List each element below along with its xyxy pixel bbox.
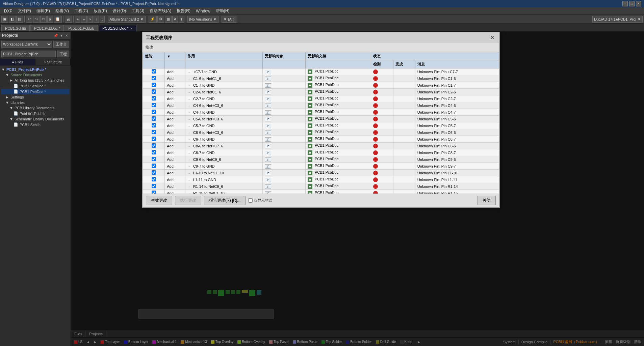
close-button[interactable]: ✕: [636, 1, 641, 6]
row-enable-checkbox[interactable]: [152, 170, 156, 175]
tree-item-at-long-bus[interactable]: ► AT long bus (13.3 x 4.2 inches: [1, 78, 69, 83]
menu-reports[interactable]: 报告(R): [174, 7, 193, 15]
menu-autoroute[interactable]: 自动布线(A): [147, 7, 174, 15]
tab-pcblib1[interactable]: PcbLib1.PcbLib: [65, 25, 98, 31]
tab-close-icon[interactable]: ✕: [130, 27, 133, 30]
panel-pin-button[interactable]: 📌: [53, 34, 58, 37]
toolbar-btn-12[interactable]: ×: [87, 16, 93, 23]
tree-item-pcbdoc[interactable]: 📄 PCB1.PcbDoc *: [1, 89, 69, 94]
row-enable-checkbox[interactable]: [152, 164, 156, 168]
menu-edit[interactable]: 编辑(E): [34, 7, 53, 15]
toolbar-sep-2: [63, 16, 63, 22]
tree-item-pcblib1[interactable]: 📄 PcbLib1.PcbLib: [1, 111, 69, 116]
menu-file[interactable]: 文件(F): [15, 7, 34, 15]
panel-tab-structure[interactable]: ○ Structure: [35, 59, 71, 65]
dialog-close-button[interactable]: ✕: [489, 34, 496, 41]
row-complete-cell: [393, 68, 415, 75]
workspace-button[interactable]: 工作台: [53, 41, 69, 48]
toolbar-btn-16[interactable]: ⚙: [157, 16, 164, 23]
row-enable-checkbox[interactable]: [152, 76, 156, 80]
row-enable-checkbox[interactable]: [152, 191, 156, 194]
tree-item-pcb-lib-docs[interactable]: ▼ PCB Library Documents: [1, 105, 69, 111]
menu-place[interactable]: 放置(P): [91, 7, 110, 15]
toolbar-btn-5[interactable]: ↪: [33, 16, 40, 23]
row-enable-checkbox[interactable]: [152, 69, 156, 74]
row-enable-checkbox[interactable]: [152, 110, 156, 114]
row-enable-checkbox[interactable]: [152, 184, 156, 188]
tab-pcb1-schlib[interactable]: PCB1.Schlib: [1, 25, 30, 31]
toolbar-btn-19[interactable]: T: [179, 16, 184, 23]
tree-sch-lib-icon: ▼: [9, 117, 13, 121]
report-button[interactable]: 报告更改(R) [R]...: [204, 196, 246, 205]
panel-close-button[interactable]: ✕: [65, 34, 69, 37]
row-enable-checkbox[interactable]: [152, 83, 156, 87]
toolbar-btn-13[interactable]: ↑: [94, 16, 99, 23]
menu-help[interactable]: 帮助(H): [213, 7, 232, 15]
row-detect-cell: [371, 89, 393, 95]
tab-pcb1-pcbdoc[interactable]: PCB1.PcbDoc *: [30, 25, 64, 31]
row-enable-checkbox[interactable]: [152, 177, 156, 181]
row-enable-checkbox[interactable]: [152, 130, 156, 134]
toolbar-btn-14[interactable]: ↓: [100, 16, 105, 23]
toolbar-btn-15[interactable]: ⚡: [149, 16, 157, 23]
col-affected-obj: 受影响对象: [263, 52, 306, 60]
row-enable-checkbox[interactable]: [152, 96, 156, 100]
menu-project[interactable]: 工程(C): [72, 7, 91, 15]
toolbar-btn-17[interactable]: ▦: [165, 16, 172, 23]
toolbar-btn-2[interactable]: ◧: [9, 16, 16, 23]
execute-button[interactable]: 执行更改: [175, 196, 201, 205]
toolbar-btn-3[interactable]: ▤: [16, 16, 23, 23]
tree-item-pcb1-schlib[interactable]: 📄 PCB1.Schlib: [1, 122, 69, 127]
restore-button[interactable]: □: [629, 1, 635, 6]
toolbar-btn-1[interactable]: ▣: [1, 16, 8, 23]
tree-item-settings[interactable]: ► Settings: [1, 94, 69, 100]
tree-item-source-docs[interactable]: ▼ Source Documents: [1, 72, 69, 78]
row-enable-checkbox[interactable]: [152, 116, 156, 121]
toolbar-btn-18[interactable]: A: [172, 16, 178, 23]
row-enable-cell: [143, 176, 165, 183]
minimize-button[interactable]: ─: [622, 1, 628, 6]
toolbar-btn-9[interactable]: 🖨: [65, 16, 72, 23]
toolbar-btn-4[interactable]: ↩: [26, 16, 32, 23]
validate-button[interactable]: 生效更改: [146, 196, 172, 205]
panel-menu-button[interactable]: ▼: [59, 34, 64, 37]
row-obj-cell: → C9-6 to NetC9_6: [185, 156, 262, 163]
row-connector-icon: →: [187, 70, 191, 74]
row-enable-checkbox[interactable]: [152, 123, 156, 127]
close-button[interactable]: 关闭: [478, 196, 496, 205]
menu-design[interactable]: 设计(D): [110, 7, 129, 15]
toolbar-btn-7[interactable]: ⎘: [47, 16, 53, 23]
no-variations-dropdown[interactable]: [No Variations ▼: [187, 16, 218, 23]
row-enable-checkbox[interactable]: [152, 157, 156, 161]
row-enable-checkbox[interactable]: [152, 150, 156, 154]
only-errors-checkbox[interactable]: [248, 198, 253, 203]
row-obj-cell: → C2-6 to NetC1_6: [185, 89, 262, 95]
panel-tab-files[interactable]: ● Files: [0, 59, 35, 65]
toolbar-btn-6[interactable]: ✂: [40, 16, 47, 23]
toolbar-btn-8[interactable]: 📋: [54, 16, 62, 23]
menu-dxp[interactable]: DXP: [1, 8, 15, 14]
tree-item-schdoc[interactable]: 📄 PCB1.SchDoc *: [1, 83, 69, 89]
path-dropdown[interactable]: D:\1\AD 17(1)\PCB1_Proj ▼: [592, 16, 643, 23]
tree-item-sch-lib-docs[interactable]: ▼ Schematic Library Documents: [1, 116, 69, 122]
project-name-input[interactable]: [1, 51, 56, 57]
tree-item-project[interactable]: ▼ PCB1_Project.PrjPcb *: [1, 67, 69, 72]
menu-view[interactable]: 察看(V): [53, 7, 72, 15]
workspace-dropdown[interactable]: Workspace1.DsnWrk: [1, 41, 52, 48]
altium-standard-dropdown[interactable]: Altium Standard 2 ▼: [108, 16, 145, 23]
menu-tools[interactable]: 工具(J): [129, 7, 147, 15]
toolbar-btn-10[interactable]: +: [75, 16, 80, 23]
row-enable-checkbox[interactable]: [152, 103, 156, 107]
all-dropdown[interactable]: ▼ (All): [222, 16, 236, 23]
row-enable-checkbox[interactable]: [152, 137, 156, 141]
tree-item-libraries[interactable]: ▼ Libraries: [1, 100, 69, 105]
project-button[interactable]: 工程: [57, 51, 69, 57]
row-enable-checkbox[interactable]: [152, 89, 156, 94]
tab-pcb1-schdoc[interactable]: PCB1.SchDoc * ✕: [99, 25, 136, 31]
toolbar-btn-11[interactable]: −: [81, 16, 86, 23]
menu-window[interactable]: Window: [193, 8, 213, 14]
row-enable-checkbox[interactable]: [152, 143, 156, 148]
row-direction-cell: In: [263, 82, 306, 89]
dialog-table-container[interactable]: 使能 ▼ 作用 受影响对象 受影响文档 状态: [143, 52, 499, 194]
tree-schdoc-icon: 📄: [14, 84, 18, 88]
